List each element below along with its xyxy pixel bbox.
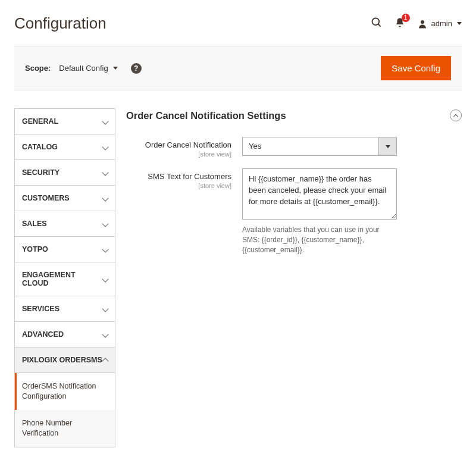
sidebar-item-label: SERVICES [22, 305, 60, 313]
sidebar-subitem-phone-verification[interactable]: Phone Number Verification [15, 410, 115, 447]
field-label-sms: SMS Text for Customers [148, 172, 231, 181]
scope-label: Scope: [25, 64, 51, 73]
sidebar-item-label: ENGAGEMENT CLOUD [22, 271, 103, 287]
sidebar-item-label: ADVANCED [22, 330, 64, 339]
sidebar-item-label: GENERAL [22, 117, 58, 126]
sidebar-item-sales[interactable]: SALES [15, 211, 115, 237]
scope-bar: Scope: Default Config ? Save Config [14, 46, 462, 90]
sidebar-item-engagement-cloud[interactable]: ENGAGEMENT CLOUD [15, 262, 115, 296]
chevron-down-icon [102, 220, 108, 227]
select-value: Yes [243, 137, 378, 155]
notifications-icon[interactable]: 1 [394, 17, 405, 30]
svg-point-0 [372, 18, 379, 26]
sidebar-item-services[interactable]: SERVICES [15, 296, 115, 322]
chevron-down-icon [102, 143, 108, 150]
config-sidebar: GENERAL CATALOG SECURITY CUSTOMERS SALES… [14, 108, 115, 447]
sidebar-subitem-ordersms-config[interactable]: OrderSMS Notification Configuration [15, 373, 115, 410]
page-title: Configuration [14, 14, 107, 33]
search-icon[interactable] [371, 17, 383, 30]
sidebar-item-advanced[interactable]: ADVANCED [15, 322, 115, 347]
sidebar-item-label: CATALOG [22, 143, 58, 151]
sidebar-item-label: YOTPO [22, 245, 48, 253]
section-collapse-toggle[interactable] [450, 109, 462, 121]
sidebar-item-customers[interactable]: CUSTOMERS [15, 186, 115, 211]
field-scope: [store view] [126, 182, 231, 189]
caret-down-icon [113, 67, 118, 70]
chevron-down-icon [102, 331, 108, 337]
chevron-down-icon [102, 275, 108, 282]
help-icon[interactable]: ? [131, 63, 142, 74]
chevron-down-icon [102, 195, 108, 201]
chevron-down-icon [102, 169, 108, 176]
sidebar-item-security[interactable]: SECURITY [15, 160, 115, 186]
scope-selector[interactable]: Default Config [59, 64, 117, 73]
field-label-enable: Order Cancel Notification [145, 140, 231, 149]
chevron-down-icon [102, 118, 108, 124]
field-scope: [store view] [126, 151, 231, 158]
section-title: Order Cancel Notification Settings [126, 110, 286, 121]
sms-text-textarea[interactable] [242, 168, 397, 220]
sidebar-item-label: CUSTOMERS [22, 194, 70, 202]
select-dropdown-button[interactable] [378, 137, 396, 155]
caret-down-icon [386, 145, 390, 148]
admin-user-menu[interactable]: admin [417, 18, 462, 29]
notifications-badge: 1 [402, 14, 410, 22]
chevron-down-icon [102, 305, 108, 312]
admin-user-label: admin [431, 19, 452, 28]
sidebar-item-catalog[interactable]: CATALOG [15, 134, 115, 160]
sidebar-item-label: PIXLOGIX ORDERSMS [22, 356, 102, 364]
sidebar-item-pixlogix-ordersms[interactable]: PIXLOGIX ORDERSMS [15, 347, 115, 373]
order-cancel-select[interactable]: Yes [242, 137, 397, 156]
caret-down-icon [457, 22, 462, 25]
svg-point-2 [421, 20, 424, 24]
sms-hint: Available variables that you can use in … [242, 225, 397, 255]
chevron-up-icon [102, 358, 108, 364]
sidebar-item-label: SALES [22, 220, 47, 228]
chevron-down-icon [102, 246, 108, 252]
sidebar-item-label: SECURITY [22, 168, 60, 177]
save-config-button[interactable]: Save Config [381, 56, 451, 80]
svg-line-1 [378, 24, 380, 27]
sidebar-item-general[interactable]: GENERAL [15, 109, 115, 134]
user-icon [417, 18, 428, 29]
scope-value: Default Config [59, 64, 108, 73]
chevron-up-icon [453, 114, 458, 119]
sidebar-item-yotpo[interactable]: YOTPO [15, 237, 115, 262]
